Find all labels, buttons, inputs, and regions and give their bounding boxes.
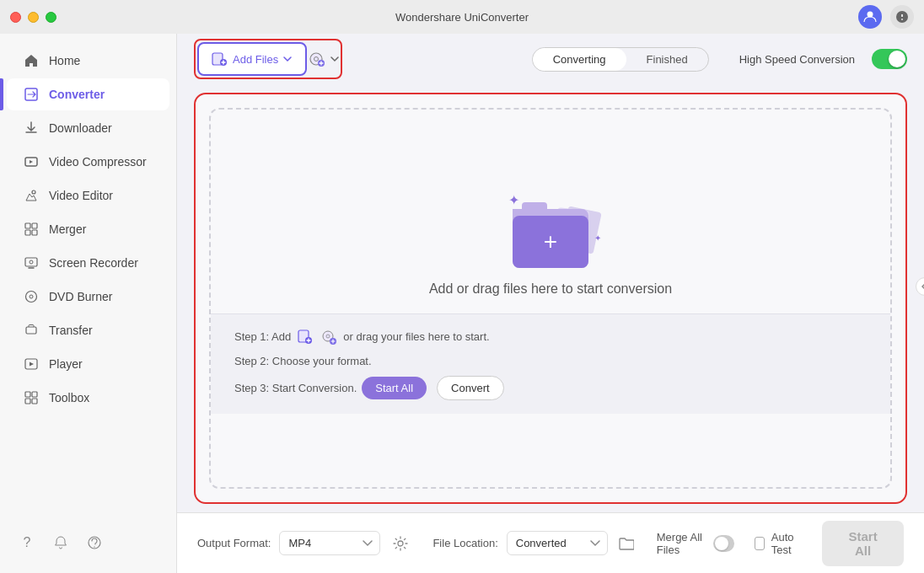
user-icon[interactable] — [858, 5, 882, 29]
add-dvd-small-icon — [320, 328, 338, 346]
sidebar-item-video-compressor[interactable]: Video Compressor — [7, 146, 169, 178]
sparkle-icon-2: ✦ — [594, 233, 601, 243]
notifications-icon[interactable] — [51, 533, 71, 553]
steps-section: Step 1: Add — [211, 313, 890, 414]
svg-point-19 — [94, 546, 94, 547]
step-3-row: Step 3: Start Conversion. Start All Conv… — [234, 376, 867, 400]
svg-rect-4 — [25, 223, 30, 228]
sidebar-screen-recorder-label: Screen Recorder — [49, 256, 138, 270]
sidebar-dvd-burner-label: DVD Burner — [49, 290, 112, 303]
tab-converting[interactable]: Converting — [533, 48, 626, 71]
add-files-label: Add Files — [233, 53, 278, 66]
svg-rect-8 — [25, 258, 37, 266]
transfer-icon — [24, 323, 39, 338]
auto-test-label: Auto Test — [771, 531, 802, 556]
content-area: Add Files — [177, 34, 924, 573]
add-dvd-button[interactable] — [307, 42, 339, 76]
sparkle-icon-1: ✦ — [508, 192, 519, 208]
folder-plus-icon: + — [544, 230, 557, 254]
sidebar-video-compressor-label: Video Compressor — [49, 155, 147, 169]
step-3-label: Step 3: Start Conversion. — [234, 382, 357, 394]
drop-zone-wrapper: ✦ + ✦ Add or drag files here to start co… — [177, 84, 924, 512]
sidebar-player-label: Player — [49, 357, 83, 371]
svg-point-10 — [26, 292, 37, 303]
sidebar-item-dvd-burner[interactable]: DVD Burner — [7, 281, 169, 313]
sidebar-converter-label: Converter — [49, 88, 105, 101]
convert-button[interactable]: Convert — [437, 376, 504, 400]
toolbox-icon — [24, 390, 39, 405]
step-1-label: Step 1: Add — [234, 330, 291, 343]
browse-folder-icon[interactable] — [616, 533, 637, 554]
sidebar-item-player[interactable]: Player — [7, 348, 169, 380]
toolbar: Add Files — [177, 34, 924, 84]
output-settings-icon[interactable] — [389, 532, 412, 555]
svg-point-3 — [32, 190, 35, 194]
merger-icon — [24, 222, 39, 237]
bottom-bar: Output Format: MP4 MP3 AVI MOV MKV File … — [177, 512, 924, 573]
sidebar-downloader-label: Downloader — [49, 121, 112, 135]
sidebar-item-toolbox[interactable]: Toolbox — [7, 382, 169, 414]
sidebar-item-video-editor[interactable]: Video Editor — [7, 179, 169, 212]
player-icon — [24, 356, 39, 372]
drop-zone-text: Add or drag files here to start conversi… — [429, 281, 672, 297]
screen-recorder-icon — [24, 255, 39, 270]
start-all-button[interactable]: Start All — [362, 377, 427, 399]
window-controls — [10, 12, 56, 23]
sidebar-home-label: Home — [49, 54, 80, 67]
auto-test-checkbox[interactable] — [755, 537, 764, 550]
file-location-label: File Location: — [432, 537, 497, 549]
sidebar-bottom: ? — [0, 522, 176, 563]
file-location-field: File Location: Converted Desktop Downloa… — [432, 531, 636, 555]
step-2-row: Step 2: Choose your format. — [234, 355, 867, 367]
merge-label: Merge All Files — [657, 531, 706, 556]
svg-rect-16 — [25, 399, 30, 404]
output-format-select[interactable]: MP4 MP3 AVI MOV MKV — [279, 531, 380, 555]
step-1-row: Step 1: Add — [234, 328, 867, 346]
merge-toggle[interactable] — [713, 535, 734, 552]
help-icon[interactable] — [890, 5, 914, 29]
sidebar-item-converter[interactable]: Converter — [7, 78, 169, 110]
drop-zone-outer: ✦ + ✦ Add or drag files here to start co… — [194, 93, 907, 504]
tab-finished[interactable]: Finished — [626, 48, 708, 71]
video-compressor-icon — [24, 154, 39, 169]
sidebar-item-downloader[interactable]: Downloader — [7, 112, 169, 144]
feedback-icon[interactable] — [84, 533, 105, 553]
file-location-select[interactable]: Converted Desktop Downloads Custom... — [507, 531, 608, 555]
drop-zone-inner[interactable]: ✦ + ✦ Add or drag files here to start co… — [209, 108, 892, 489]
folder-front: + — [513, 216, 588, 268]
svg-point-9 — [30, 260, 33, 264]
sidebar-item-home[interactable]: Home — [7, 45, 169, 77]
folder-illustration: ✦ + ✦ — [500, 184, 601, 268]
close-button[interactable] — [10, 12, 21, 23]
output-format-field: Output Format: MP4 MP3 AVI MOV MKV — [197, 531, 412, 555]
add-file-small-icon — [296, 328, 314, 346]
output-format-label: Output Format: — [197, 537, 271, 549]
conversion-tabs: Converting Finished — [532, 47, 709, 72]
toolbar-highlight: Add Files — [194, 39, 342, 79]
start-all-main-button[interactable]: Start All — [822, 521, 904, 566]
app-title: Wondershare UniConverter — [395, 11, 529, 24]
svg-point-23 — [314, 57, 319, 62]
svg-rect-12 — [26, 327, 36, 334]
sidebar-item-merger[interactable]: Merger — [7, 213, 169, 245]
dvd-burner-icon — [24, 289, 39, 304]
titlebar: Wondershare UniConverter — [0, 0, 924, 34]
maximize-button[interactable] — [46, 12, 56, 23]
step-1-suffix: or drag your files here to start. — [343, 330, 489, 343]
svg-point-30 — [398, 541, 403, 546]
svg-rect-7 — [32, 230, 37, 235]
auto-test-section: Auto Test — [755, 531, 802, 556]
high-speed-toggle[interactable] — [872, 49, 907, 69]
minimize-button[interactable] — [28, 12, 39, 23]
sidebar-item-transfer[interactable]: Transfer — [7, 314, 169, 346]
converter-icon — [24, 87, 39, 102]
merge-section: Merge All Files — [657, 531, 735, 556]
svg-rect-5 — [32, 223, 37, 228]
svg-rect-14 — [25, 392, 30, 397]
svg-rect-6 — [25, 230, 30, 235]
add-files-button[interactable]: Add Files — [197, 42, 307, 76]
svg-rect-15 — [32, 392, 37, 397]
help-bottom-icon[interactable]: ? — [17, 533, 37, 553]
sidebar-item-screen-recorder[interactable]: Screen Recorder — [7, 247, 169, 279]
sidebar-toolbox-label: Toolbox — [49, 391, 89, 404]
